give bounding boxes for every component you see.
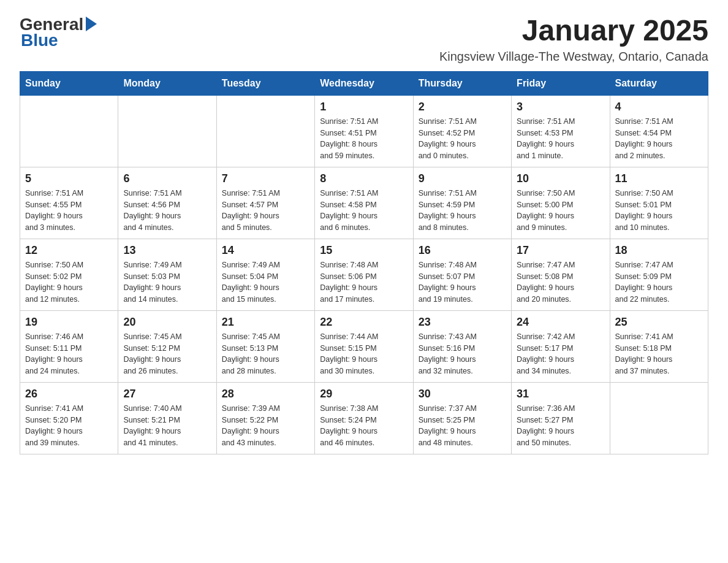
day-number: 5 [25,172,113,185]
calendar-cell: 22Sunrise: 7:44 AM Sunset: 5:15 PM Dayli… [315,310,413,382]
day-number: 10 [517,172,604,185]
calendar-header-row: SundayMondayTuesdayWednesdayThursdayFrid… [20,71,708,95]
calendar-week-row: 5Sunrise: 7:51 AM Sunset: 4:55 PM Daylig… [20,167,708,239]
day-info: Sunrise: 7:42 AM Sunset: 5:17 PM Dayligh… [517,331,604,377]
day-info: Sunrise: 7:51 AM Sunset: 4:53 PM Dayligh… [517,116,604,162]
calendar-cell: 13Sunrise: 7:49 AM Sunset: 5:03 PM Dayli… [118,239,216,310]
day-number: 6 [123,172,211,185]
day-number: 15 [320,244,408,257]
calendar-cell: 7Sunrise: 7:51 AM Sunset: 4:57 PM Daylig… [216,167,314,239]
day-number: 24 [517,316,604,329]
day-number: 20 [123,316,211,329]
day-number: 18 [615,244,703,257]
calendar-cell: 14Sunrise: 7:49 AM Sunset: 5:04 PM Dayli… [216,239,314,310]
day-number: 14 [222,244,309,257]
weekday-header-sunday: Sunday [20,71,118,95]
day-number: 29 [320,388,408,400]
calendar-cell: 21Sunrise: 7:45 AM Sunset: 5:13 PM Dayli… [216,310,314,382]
day-info: Sunrise: 7:49 AM Sunset: 5:03 PM Dayligh… [123,259,211,305]
location-title: Kingsview Village-The Westway, Ontario, … [439,50,708,64]
calendar-week-row: 1Sunrise: 7:51 AM Sunset: 4:51 PM Daylig… [20,95,708,167]
day-info: Sunrise: 7:47 AM Sunset: 5:09 PM Dayligh… [615,259,703,305]
calendar-cell: 25Sunrise: 7:41 AM Sunset: 5:18 PM Dayli… [610,310,708,382]
day-number: 30 [419,388,506,400]
calendar-cell [216,95,314,167]
calendar-cell [118,95,216,167]
day-info: Sunrise: 7:36 AM Sunset: 5:27 PM Dayligh… [517,403,604,449]
weekday-header-friday: Friday [512,71,610,95]
day-info: Sunrise: 7:46 AM Sunset: 5:11 PM Dayligh… [25,331,113,377]
day-info: Sunrise: 7:47 AM Sunset: 5:08 PM Dayligh… [517,259,604,305]
day-info: Sunrise: 7:45 AM Sunset: 5:13 PM Dayligh… [222,331,309,377]
calendar-week-row: 19Sunrise: 7:46 AM Sunset: 5:11 PM Dayli… [20,310,708,382]
day-info: Sunrise: 7:50 AM Sunset: 5:02 PM Dayligh… [25,259,113,305]
day-info: Sunrise: 7:44 AM Sunset: 5:15 PM Dayligh… [320,331,408,377]
day-info: Sunrise: 7:39 AM Sunset: 5:22 PM Dayligh… [222,403,309,449]
day-info: Sunrise: 7:37 AM Sunset: 5:25 PM Dayligh… [419,403,506,449]
day-number: 19 [25,316,113,329]
day-number: 17 [517,244,604,257]
calendar-table: SundayMondayTuesdayWednesdayThursdayFrid… [20,71,708,454]
day-info: Sunrise: 7:51 AM Sunset: 4:51 PM Dayligh… [320,116,408,162]
calendar-cell: 10Sunrise: 7:50 AM Sunset: 5:00 PM Dayli… [512,167,610,239]
day-info: Sunrise: 7:40 AM Sunset: 5:21 PM Dayligh… [123,403,211,449]
calendar-cell: 18Sunrise: 7:47 AM Sunset: 5:09 PM Dayli… [610,239,708,310]
day-number: 31 [517,388,604,400]
day-number: 9 [419,172,506,185]
calendar-cell: 2Sunrise: 7:51 AM Sunset: 4:52 PM Daylig… [413,95,511,167]
day-number: 7 [222,172,309,185]
day-number: 4 [615,101,703,113]
day-number: 12 [25,244,113,257]
day-number: 28 [222,388,309,400]
calendar-cell: 27Sunrise: 7:40 AM Sunset: 5:21 PM Dayli… [118,382,216,454]
day-info: Sunrise: 7:38 AM Sunset: 5:24 PM Dayligh… [320,403,408,449]
calendar-cell: 17Sunrise: 7:47 AM Sunset: 5:08 PM Dayli… [512,239,610,310]
day-info: Sunrise: 7:51 AM Sunset: 4:52 PM Dayligh… [419,116,506,162]
calendar-cell: 28Sunrise: 7:39 AM Sunset: 5:22 PM Dayli… [216,382,314,454]
logo-arrow-icon [86,17,97,31]
calendar-cell [610,382,708,454]
day-number: 16 [419,244,506,257]
day-info: Sunrise: 7:51 AM Sunset: 4:59 PM Dayligh… [419,188,506,234]
calendar-cell: 3Sunrise: 7:51 AM Sunset: 4:53 PM Daylig… [512,95,610,167]
day-info: Sunrise: 7:51 AM Sunset: 4:54 PM Dayligh… [615,116,703,162]
day-number: 11 [615,172,703,185]
logo: General Blue [20,15,97,50]
day-info: Sunrise: 7:51 AM Sunset: 4:57 PM Dayligh… [222,188,309,234]
calendar-cell: 5Sunrise: 7:51 AM Sunset: 4:55 PM Daylig… [20,167,118,239]
day-number: 2 [419,101,506,113]
day-info: Sunrise: 7:43 AM Sunset: 5:16 PM Dayligh… [419,331,506,377]
day-info: Sunrise: 7:51 AM Sunset: 4:58 PM Dayligh… [320,188,408,234]
month-title: January 2025 [439,15,708,47]
calendar-cell: 31Sunrise: 7:36 AM Sunset: 5:27 PM Dayli… [512,382,610,454]
day-info: Sunrise: 7:48 AM Sunset: 5:06 PM Dayligh… [320,259,408,305]
title-section: January 2025 Kingsview Village-The Westw… [439,15,708,64]
calendar-cell: 16Sunrise: 7:48 AM Sunset: 5:07 PM Dayli… [413,239,511,310]
day-number: 25 [615,316,703,329]
day-number: 21 [222,316,309,329]
day-info: Sunrise: 7:51 AM Sunset: 4:55 PM Dayligh… [25,188,113,234]
weekday-header-saturday: Saturday [610,71,708,95]
day-info: Sunrise: 7:50 AM Sunset: 5:00 PM Dayligh… [517,188,604,234]
weekday-header-tuesday: Tuesday [216,71,314,95]
calendar-week-row: 26Sunrise: 7:41 AM Sunset: 5:20 PM Dayli… [20,382,708,454]
calendar-week-row: 12Sunrise: 7:50 AM Sunset: 5:02 PM Dayli… [20,239,708,310]
weekday-header-thursday: Thursday [413,71,511,95]
day-number: 22 [320,316,408,329]
calendar-cell: 20Sunrise: 7:45 AM Sunset: 5:12 PM Dayli… [118,310,216,382]
calendar-cell: 4Sunrise: 7:51 AM Sunset: 4:54 PM Daylig… [610,95,708,167]
weekday-header-monday: Monday [118,71,216,95]
day-info: Sunrise: 7:48 AM Sunset: 5:07 PM Dayligh… [419,259,506,305]
calendar-cell: 11Sunrise: 7:50 AM Sunset: 5:01 PM Dayli… [610,167,708,239]
calendar-cell: 8Sunrise: 7:51 AM Sunset: 4:58 PM Daylig… [315,167,413,239]
day-info: Sunrise: 7:41 AM Sunset: 5:18 PM Dayligh… [615,331,703,377]
calendar-cell [20,95,118,167]
day-number: 23 [419,316,506,329]
calendar-cell: 19Sunrise: 7:46 AM Sunset: 5:11 PM Dayli… [20,310,118,382]
day-info: Sunrise: 7:49 AM Sunset: 5:04 PM Dayligh… [222,259,309,305]
calendar-cell: 15Sunrise: 7:48 AM Sunset: 5:06 PM Dayli… [315,239,413,310]
logo-blue-text: Blue [20,31,58,50]
day-info: Sunrise: 7:51 AM Sunset: 4:56 PM Dayligh… [123,188,211,234]
day-number: 13 [123,244,211,257]
day-number: 26 [25,388,113,400]
